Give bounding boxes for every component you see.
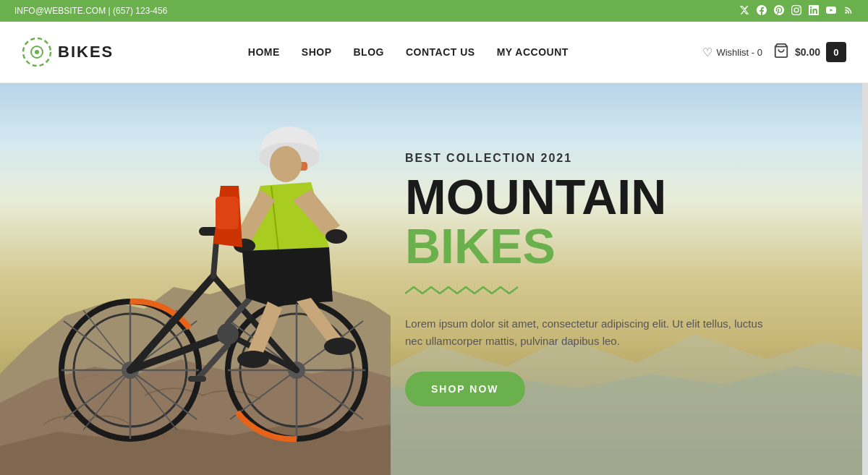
facebook-icon[interactable] [757,5,767,17]
cart-count-badge: 0 [826,42,846,62]
cart-price: $0.00 [795,46,820,58]
nav-home[interactable]: HOME [248,46,280,58]
svg-rect-42 [216,197,239,229]
cart-button[interactable]: $0.00 0 [773,42,846,62]
svg-point-2 [35,50,39,54]
scrollbar[interactable] [862,22,868,475]
linkedin-icon[interactable] [809,5,819,17]
twitter-icon[interactable] [739,5,749,17]
shop-now-button[interactable]: SHOP NOW [405,372,525,406]
svg-point-29 [217,323,239,345]
heart-icon: ♡ [702,46,712,59]
hero-section: BEST COLLECTION 2021 MOUNTAIN BIKES Lore… [0,83,868,475]
cyclist-illustration [14,83,398,457]
social-icons-bar [739,5,854,17]
nav-right: ♡ Wishlist - 0 $0.00 0 [702,42,846,62]
svg-rect-31 [188,376,206,382]
hero-title: MOUNTAIN BIKES [405,172,825,270]
logo-icon [22,37,52,67]
svg-point-38 [326,229,347,244]
pinterest-icon[interactable] [774,5,784,17]
hero-description: Lorem ipsum dolor sit amet, consectetur … [405,315,781,350]
nav-myaccount[interactable]: MY ACCOUNT [497,46,569,58]
logo[interactable]: BIKES [22,37,114,67]
svg-line-30 [199,345,228,377]
navbar: BIKES HOME SHOP BLOG CONTACT US MY ACCOU… [0,22,868,83]
cart-icon [773,43,789,62]
svg-point-41 [324,338,356,355]
hero-subtitle: BEST COLLECTION 2021 [405,152,825,165]
instagram-icon[interactable] [791,5,801,17]
top-bar: INFO@WEBSITE.COM | (657) 123-456 [0,0,868,22]
logo-text: BIKES [58,43,114,61]
svg-point-37 [270,146,302,182]
nav-shop[interactable]: SHOP [302,46,332,58]
hero-content: BEST COLLECTION 2021 MOUNTAIN BIKES Lore… [405,152,825,406]
svg-point-40 [237,351,269,368]
nav-contact[interactable]: CONTACT US [406,46,475,58]
nav-links: HOME SHOP BLOG CONTACT US MY ACCOUNT [248,46,569,59]
hero-wave-decoration [405,283,825,301]
wishlist-button[interactable]: ♡ Wishlist - 0 [702,46,762,59]
hero-title-accent: BIKES [405,218,556,273]
nav-blog[interactable]: BLOG [354,46,384,58]
wishlist-label: Wishlist - 0 [716,47,762,58]
contact-info: INFO@WEBSITE.COM | (657) 123-456 [14,6,167,16]
hero-title-main: MOUNTAIN [405,169,666,224]
rss-icon[interactable] [843,5,854,17]
youtube-icon[interactable] [826,5,836,17]
